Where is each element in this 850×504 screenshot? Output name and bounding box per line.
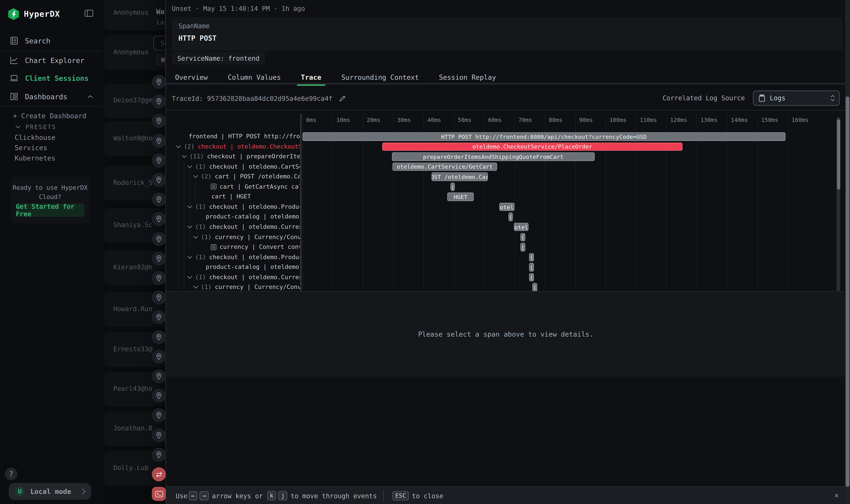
location-pin-icon[interactable]: [152, 94, 166, 108]
sidebar-item-label: Dashboards: [25, 92, 67, 101]
span-bar[interactable]: (: [529, 263, 534, 271]
location-pin-icon[interactable]: [152, 349, 166, 364]
location-pin-icon[interactable]: [152, 369, 166, 383]
span-bar[interactable]: (: [520, 233, 525, 241]
span-bar[interactable]: (: [532, 283, 538, 291]
tab-column-values[interactable]: Column Values: [228, 69, 281, 85]
trace-tree-row[interactable]: (1)checkout | oteldemo.CurrencySe…: [187, 273, 300, 282]
location-pin-icon[interactable]: [152, 232, 166, 246]
footer-text: arrow keys or: [212, 492, 263, 500]
location-pin-icon[interactable]: [152, 251, 166, 266]
gridline: [454, 114, 454, 291]
swap-arrows-icon[interactable]: [152, 467, 166, 481]
log-event-icon: [210, 183, 217, 190]
waterfall-scrollbar-thumb[interactable]: [837, 119, 840, 190]
get-started-button[interactable]: Get Started for Free: [16, 203, 85, 217]
location-pin-icon[interactable]: [152, 330, 166, 344]
trace-tree-row[interactable]: (1)checkout | oteldemo.CartServic…: [187, 162, 300, 171]
trace-tree-row[interactable]: cart | GetCartAsync called…: [210, 182, 300, 191]
trace-tree-row[interactable]: (1)checkout | oteldemo.ProductCat…: [187, 202, 300, 211]
location-pin-icon[interactable]: [152, 153, 166, 167]
log-source-select[interactable]: Logs: [753, 91, 840, 106]
presets-toggle[interactable]: PRESETS: [0, 121, 118, 132]
trace-tree-row[interactable]: (2)cart | POST /oteldemo.CartSe…: [193, 172, 300, 181]
tree-row-label: checkout | oteldemo.ProductCat…: [209, 253, 300, 260]
service-name-chip[interactable]: ServiceName: frontend: [172, 52, 265, 64]
trace-tree-row[interactable]: (1)checkout | oteldemo.CurrencySe…: [187, 222, 300, 231]
chevron-down-icon[interactable]: [193, 285, 198, 289]
span-bar[interactable]: otel: [499, 203, 514, 211]
page-scrollbar[interactable]: [845, 0, 850, 504]
span-bar-label: prepareOrderItemsAndShippingQuoteFromCar…: [423, 153, 564, 160]
span-bar[interactable]: HTTP POST http://frontend:8080/api/check…: [302, 132, 785, 141]
trace-tree-row[interactable]: frontend | HTTP POST http://frontend:…: [189, 132, 300, 141]
preset-label: Clickhouse: [15, 133, 55, 141]
location-pin-icon[interactable]: [152, 389, 166, 403]
chevron-down-icon[interactable]: [187, 225, 192, 229]
span-bar-label: (: [451, 183, 454, 190]
help-button[interactable]: ?: [5, 468, 17, 480]
span-bar[interactable]: oteldemo.CartService/GetCart: [393, 162, 497, 171]
trace-tree-row[interactable]: cart | HGET: [211, 192, 251, 201]
trace-tree-row[interactable]: (1)checkout | oteldemo.ProductCat…: [187, 252, 300, 262]
trace-tree-row[interactable]: currency | Convert convers…: [210, 242, 300, 252]
location-pin-icon[interactable]: [152, 134, 166, 148]
trace-tree-row[interactable]: (1)currency | Currency/Convert: [193, 283, 300, 291]
sidebar-item-kubernetes[interactable]: Kubernetes: [0, 152, 118, 163]
trace-tree-row[interactable]: (11)checkout | prepareOrderItemsAnd…: [181, 152, 300, 161]
location-pin-icon[interactable]: [152, 428, 166, 442]
span-bar[interactable]: (: [529, 273, 534, 282]
chevron-down-icon[interactable]: [193, 175, 198, 178]
tree-resize-handle[interactable]: [300, 114, 301, 291]
location-pin-icon[interactable]: [152, 291, 166, 305]
page-scrollbar-thumb[interactable]: [846, 96, 849, 487]
edit-pencil-icon[interactable]: [339, 95, 346, 102]
location-pin-icon[interactable]: [152, 173, 166, 187]
create-dashboard-button[interactable]: + Create Dashboard: [0, 110, 116, 121]
chevron-down-icon[interactable]: [187, 275, 192, 279]
sidebar-item-dashboards[interactable]: Dashboards: [0, 89, 103, 104]
tab-trace[interactable]: Trace: [301, 69, 321, 85]
log-source-value: Logs: [770, 94, 785, 102]
trace-tree-row[interactable]: product-catalog | oteldemo.Prod…: [206, 212, 300, 221]
chevron-down-icon[interactable]: [181, 155, 187, 158]
span-bar[interactable]: (: [529, 253, 534, 261]
span-bar[interactable]: (: [450, 183, 455, 191]
tab-overview[interactable]: Overview: [175, 69, 208, 85]
sidebar-collapse-icon[interactable]: [85, 10, 93, 17]
terminal-icon[interactable]: [152, 487, 166, 501]
trace-tree-row[interactable]: (2)checkout | oteldemo.CheckoutServic…: [176, 142, 300, 151]
select-chevrons-icon: [830, 95, 835, 101]
location-pin-icon[interactable]: [152, 448, 166, 462]
logo[interactable]: HyperDX: [8, 8, 95, 21]
waterfall-scrollbar[interactable]: [836, 117, 840, 291]
span-bar[interactable]: POST /oteldemo.Cart: [432, 173, 488, 181]
chevron-down-icon[interactable]: [187, 205, 192, 209]
sidebar-item-clickhouse[interactable]: Clickhouse: [0, 132, 118, 143]
close-icon[interactable]: ✕: [834, 491, 838, 499]
span-bar[interactable]: otel: [514, 223, 529, 231]
location-pin-icon[interactable]: [152, 193, 166, 206]
sidebar-item-chart-explorer[interactable]: Chart Explorer: [0, 53, 103, 67]
sidebar-item-search[interactable]: Search: [0, 34, 103, 48]
span-bar[interactable]: (: [508, 213, 513, 221]
trace-tree-row[interactable]: (1)currency | Currency/Convert: [193, 232, 300, 241]
tab-session-replay[interactable]: Session Replay: [439, 69, 496, 85]
span-bar[interactable]: prepareOrderItemsAndShippingQuoteFromCar…: [392, 152, 595, 161]
span-bar[interactable]: oteldemo.CheckoutService/PlaceOrder: [382, 142, 683, 151]
location-pin-icon[interactable]: [152, 271, 166, 285]
sidebar-item-services[interactable]: Services: [0, 142, 118, 153]
span-bar[interactable]: HGET: [447, 193, 474, 201]
chevron-down-icon[interactable]: [176, 145, 181, 148]
chevron-down-icon[interactable]: [187, 255, 192, 259]
local-mode-menu[interactable]: U Local mode: [9, 483, 91, 500]
chevron-down-icon[interactable]: [193, 235, 198, 239]
span-bar[interactable]: (: [520, 243, 525, 251]
chevron-down-icon[interactable]: [187, 165, 192, 168]
tab-surrounding-context[interactable]: Surrounding Context: [341, 69, 419, 85]
trace-tree-row[interactable]: product-catalog | oteldemo.Prod…: [206, 263, 300, 272]
axis-tick-label: 140ms: [731, 116, 748, 123]
location-pin-icon[interactable]: [152, 75, 166, 89]
sidebar-item-client-sessions[interactable]: Client Sessions: [0, 71, 103, 85]
gridline: [393, 114, 394, 291]
